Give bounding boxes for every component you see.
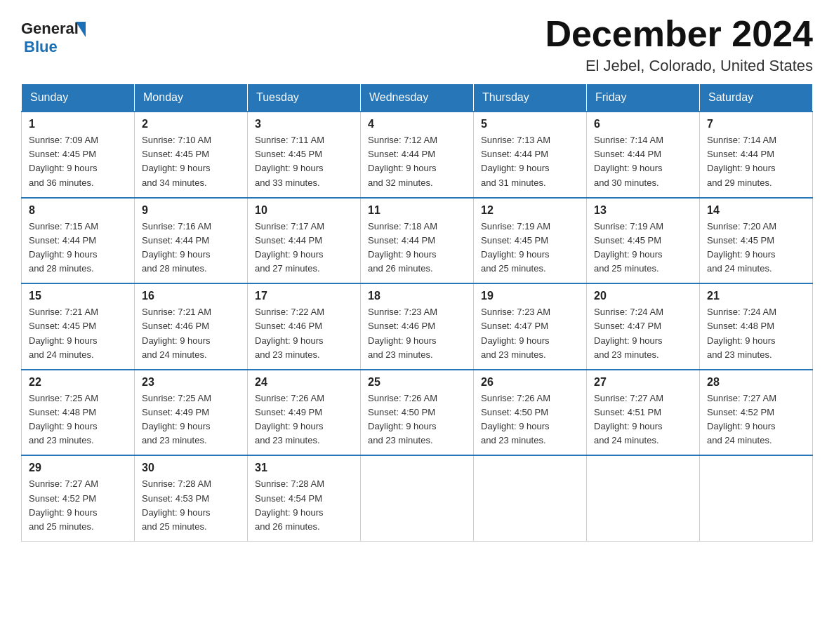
day-number: 30 (142, 462, 240, 474)
calendar-day-cell: 20 Sunrise: 7:24 AM Sunset: 4:47 PM Dayl… (587, 283, 700, 370)
day-info: Sunrise: 7:15 AM Sunset: 4:44 PM Dayligh… (29, 220, 127, 276)
day-info: Sunrise: 7:28 AM Sunset: 4:54 PM Dayligh… (255, 477, 353, 534)
calendar-day-cell: 31 Sunrise: 7:28 AM Sunset: 4:54 PM Dayl… (248, 455, 361, 541)
day-number: 6 (594, 118, 692, 130)
weekday-header-row: SundayMondayTuesdayWednesdayThursdayFrid… (22, 84, 813, 112)
calendar-day-cell: 29 Sunrise: 7:27 AM Sunset: 4:52 PM Dayl… (22, 455, 135, 541)
calendar-day-cell: 9 Sunrise: 7:16 AM Sunset: 4:44 PM Dayli… (135, 198, 248, 284)
calendar-day-cell: 19 Sunrise: 7:23 AM Sunset: 4:47 PM Dayl… (474, 283, 587, 370)
day-number: 14 (707, 204, 805, 217)
day-number: 25 (368, 376, 466, 389)
logo-general-text: General (21, 20, 79, 38)
calendar-day-cell: 11 Sunrise: 7:18 AM Sunset: 4:44 PM Dayl… (361, 198, 474, 284)
calendar-day-cell: 13 Sunrise: 7:19 AM Sunset: 4:45 PM Dayl… (587, 198, 700, 284)
day-number: 17 (255, 290, 353, 302)
calendar-week-row: 22 Sunrise: 7:25 AM Sunset: 4:48 PM Dayl… (22, 370, 813, 456)
calendar-day-cell: 7 Sunrise: 7:14 AM Sunset: 4:44 PM Dayli… (700, 112, 813, 198)
day-info: Sunrise: 7:26 AM Sunset: 4:49 PM Dayligh… (255, 391, 353, 448)
page-subtitle: El Jebel, Colorado, United States (545, 57, 813, 75)
day-info: Sunrise: 7:19 AM Sunset: 4:45 PM Dayligh… (594, 220, 692, 276)
day-number: 8 (29, 204, 127, 217)
day-info: Sunrise: 7:12 AM Sunset: 4:44 PM Dayligh… (368, 133, 466, 190)
day-info: Sunrise: 7:26 AM Sunset: 4:50 PM Dayligh… (481, 391, 579, 448)
calendar-day-cell (474, 455, 587, 541)
day-number: 9 (142, 204, 240, 217)
calendar-day-cell: 10 Sunrise: 7:17 AM Sunset: 4:44 PM Dayl… (248, 198, 361, 284)
day-number: 10 (255, 204, 353, 217)
day-info: Sunrise: 7:27 AM Sunset: 4:52 PM Dayligh… (29, 477, 127, 534)
day-info: Sunrise: 7:10 AM Sunset: 4:45 PM Dayligh… (142, 133, 240, 190)
page-title: December 2024 (545, 14, 813, 54)
day-number: 22 (29, 376, 127, 389)
day-info: Sunrise: 7:24 AM Sunset: 4:48 PM Dayligh… (707, 305, 805, 362)
weekday-header: Friday (587, 84, 700, 112)
day-info: Sunrise: 7:16 AM Sunset: 4:44 PM Dayligh… (142, 220, 240, 276)
day-info: Sunrise: 7:17 AM Sunset: 4:44 PM Dayligh… (255, 220, 353, 276)
day-info: Sunrise: 7:23 AM Sunset: 4:46 PM Dayligh… (368, 305, 466, 362)
day-number: 18 (368, 290, 466, 302)
calendar-day-cell: 16 Sunrise: 7:21 AM Sunset: 4:46 PM Dayl… (135, 283, 248, 370)
day-number: 21 (707, 290, 805, 302)
calendar-day-cell: 12 Sunrise: 7:19 AM Sunset: 4:45 PM Dayl… (474, 198, 587, 284)
calendar-day-cell: 6 Sunrise: 7:14 AM Sunset: 4:44 PM Dayli… (587, 112, 700, 198)
calendar-day-cell: 15 Sunrise: 7:21 AM Sunset: 4:45 PM Dayl… (22, 283, 135, 370)
day-info: Sunrise: 7:19 AM Sunset: 4:45 PM Dayligh… (481, 220, 579, 276)
day-info: Sunrise: 7:09 AM Sunset: 4:45 PM Dayligh… (29, 133, 127, 190)
day-number: 27 (594, 376, 692, 389)
weekday-header: Thursday (474, 84, 587, 112)
day-info: Sunrise: 7:26 AM Sunset: 4:50 PM Dayligh… (368, 391, 466, 448)
day-number: 7 (707, 118, 805, 130)
day-number: 29 (29, 462, 127, 474)
day-info: Sunrise: 7:25 AM Sunset: 4:49 PM Dayligh… (142, 391, 240, 448)
day-number: 31 (255, 462, 353, 474)
day-number: 24 (255, 376, 353, 389)
day-number: 2 (142, 118, 240, 130)
calendar-day-cell: 30 Sunrise: 7:28 AM Sunset: 4:53 PM Dayl… (135, 455, 248, 541)
title-block: December 2024 El Jebel, Colorado, United… (545, 14, 813, 75)
weekday-header: Sunday (22, 84, 135, 112)
day-number: 5 (481, 118, 579, 130)
calendar-day-cell: 24 Sunrise: 7:26 AM Sunset: 4:49 PM Dayl… (248, 370, 361, 456)
calendar-day-cell (587, 455, 700, 541)
logo-blue-text: Blue (24, 38, 58, 56)
weekday-header: Tuesday (248, 84, 361, 112)
calendar-day-cell: 18 Sunrise: 7:23 AM Sunset: 4:46 PM Dayl… (361, 283, 474, 370)
calendar-day-cell: 21 Sunrise: 7:24 AM Sunset: 4:48 PM Dayl… (700, 283, 813, 370)
day-info: Sunrise: 7:23 AM Sunset: 4:47 PM Dayligh… (481, 305, 579, 362)
calendar-day-cell: 8 Sunrise: 7:15 AM Sunset: 4:44 PM Dayli… (22, 198, 135, 284)
day-info: Sunrise: 7:22 AM Sunset: 4:46 PM Dayligh… (255, 305, 353, 362)
day-number: 1 (29, 118, 127, 130)
day-number: 23 (142, 376, 240, 389)
day-number: 12 (481, 204, 579, 217)
day-info: Sunrise: 7:14 AM Sunset: 4:44 PM Dayligh… (594, 133, 692, 190)
calendar-day-cell: 28 Sunrise: 7:27 AM Sunset: 4:52 PM Dayl… (700, 370, 813, 456)
day-info: Sunrise: 7:13 AM Sunset: 4:44 PM Dayligh… (481, 133, 579, 190)
day-info: Sunrise: 7:20 AM Sunset: 4:45 PM Dayligh… (707, 220, 805, 276)
calendar-week-row: 29 Sunrise: 7:27 AM Sunset: 4:52 PM Dayl… (22, 455, 813, 541)
weekday-header: Wednesday (361, 84, 474, 112)
calendar-day-cell: 17 Sunrise: 7:22 AM Sunset: 4:46 PM Dayl… (248, 283, 361, 370)
day-number: 11 (368, 204, 466, 217)
weekday-header: Monday (135, 84, 248, 112)
day-info: Sunrise: 7:28 AM Sunset: 4:53 PM Dayligh… (142, 477, 240, 534)
day-number: 26 (481, 376, 579, 389)
day-info: Sunrise: 7:25 AM Sunset: 4:48 PM Dayligh… (29, 391, 127, 448)
calendar-day-cell: 22 Sunrise: 7:25 AM Sunset: 4:48 PM Dayl… (22, 370, 135, 456)
day-number: 28 (707, 376, 805, 389)
day-info: Sunrise: 7:27 AM Sunset: 4:52 PM Dayligh… (707, 391, 805, 448)
calendar-day-cell: 4 Sunrise: 7:12 AM Sunset: 4:44 PM Dayli… (361, 112, 474, 198)
logo-triangle-icon (76, 22, 86, 37)
day-info: Sunrise: 7:27 AM Sunset: 4:51 PM Dayligh… (594, 391, 692, 448)
day-number: 16 (142, 290, 240, 302)
day-info: Sunrise: 7:21 AM Sunset: 4:45 PM Dayligh… (29, 305, 127, 362)
calendar-day-cell: 1 Sunrise: 7:09 AM Sunset: 4:45 PM Dayli… (22, 112, 135, 198)
calendar-day-cell: 14 Sunrise: 7:20 AM Sunset: 4:45 PM Dayl… (700, 198, 813, 284)
calendar-week-row: 15 Sunrise: 7:21 AM Sunset: 4:45 PM Dayl… (22, 283, 813, 370)
day-number: 13 (594, 204, 692, 217)
logo: General Blue (21, 20, 86, 56)
calendar-day-cell: 26 Sunrise: 7:26 AM Sunset: 4:50 PM Dayl… (474, 370, 587, 456)
day-info: Sunrise: 7:11 AM Sunset: 4:45 PM Dayligh… (255, 133, 353, 190)
calendar-day-cell: 5 Sunrise: 7:13 AM Sunset: 4:44 PM Dayli… (474, 112, 587, 198)
day-number: 20 (594, 290, 692, 302)
day-number: 15 (29, 290, 127, 302)
